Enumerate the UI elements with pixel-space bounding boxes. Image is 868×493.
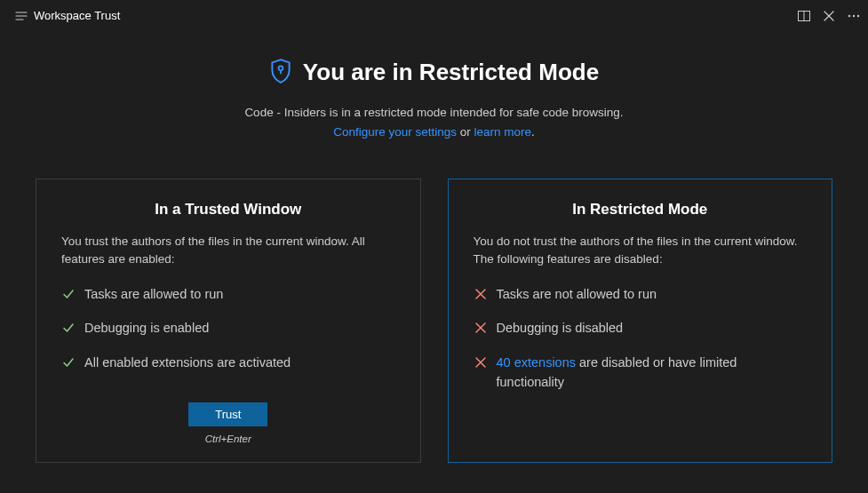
feature-text: 40 extensions are disabled or have limit… bbox=[497, 354, 808, 393]
trusted-panel-title: In a Trusted Window bbox=[61, 201, 395, 219]
restricted-panel-title: In Restricted Mode bbox=[474, 201, 808, 219]
close-icon[interactable] bbox=[822, 9, 836, 23]
feature-text: Debugging is disabled bbox=[497, 319, 624, 338]
trusted-feature-list: Tasks are allowed to run Debugging is en… bbox=[61, 285, 395, 376]
list-item: 40 extensions are disabled or have limit… bbox=[474, 354, 808, 393]
list-item: All enabled extensions are activated bbox=[61, 354, 395, 376]
feature-text: All enabled extensions are activated bbox=[84, 354, 291, 373]
configure-settings-link[interactable]: Configure your settings bbox=[333, 125, 457, 139]
list-icon bbox=[14, 9, 28, 23]
tab-bar: Workspace Trust bbox=[0, 0, 868, 31]
period: . bbox=[531, 125, 535, 139]
tab-actions bbox=[797, 9, 861, 23]
shortcut-hint: Ctrl+Enter bbox=[61, 433, 395, 444]
header-description: Code - Insiders is in a restricted mode … bbox=[36, 103, 832, 141]
x-icon bbox=[474, 355, 488, 376]
svg-point-2 bbox=[848, 14, 850, 16]
tab-workspace-trust[interactable]: Workspace Trust bbox=[7, 0, 127, 31]
page-title: You are in Restricted Mode bbox=[303, 59, 599, 86]
learn-more-link[interactable]: learn more bbox=[474, 125, 532, 139]
svg-point-4 bbox=[857, 14, 859, 16]
header-title-row: You are in Restricted Mode bbox=[36, 58, 832, 87]
list-item: Debugging is enabled bbox=[61, 319, 395, 341]
list-item: Tasks are allowed to run bbox=[61, 285, 395, 307]
restricted-panel-description: You do not trust the authors of the file… bbox=[474, 233, 808, 269]
tab-label: Workspace Trust bbox=[34, 9, 120, 22]
trusted-panel-description: You trust the authors of the files in th… bbox=[61, 233, 395, 269]
svg-point-5 bbox=[278, 66, 283, 70]
restricted-feature-list: Tasks are not allowed to run Debugging i… bbox=[474, 285, 808, 393]
x-icon bbox=[474, 321, 488, 341]
trust-button[interactable]: Trust bbox=[188, 402, 267, 426]
x-icon bbox=[474, 287, 488, 307]
header: You are in Restricted Mode Code - Inside… bbox=[36, 58, 832, 141]
feature-text: Tasks are allowed to run bbox=[84, 285, 223, 305]
svg-point-3 bbox=[853, 14, 855, 16]
or-text: or bbox=[457, 125, 474, 139]
extensions-link[interactable]: 40 extensions bbox=[497, 355, 576, 370]
check-icon bbox=[61, 355, 76, 376]
list-item: Debugging is disabled bbox=[474, 319, 808, 341]
check-icon bbox=[61, 321, 76, 341]
split-editor-icon[interactable] bbox=[797, 9, 811, 23]
feature-text: Debugging is enabled bbox=[84, 319, 209, 338]
trusted-panel-footer: Trust Ctrl+Enter bbox=[61, 385, 395, 444]
more-icon[interactable] bbox=[847, 9, 861, 23]
check-icon bbox=[61, 287, 76, 307]
feature-text: Tasks are not allowed to run bbox=[497, 285, 657, 305]
trusted-panel: In a Trusted Window You trust the author… bbox=[36, 179, 421, 463]
restricted-panel: In Restricted Mode You do not trust the … bbox=[448, 179, 833, 463]
list-item: Tasks are not allowed to run bbox=[474, 285, 808, 307]
content: You are in Restricted Mode Code - Inside… bbox=[0, 31, 868, 463]
panels: In a Trusted Window You trust the author… bbox=[36, 179, 832, 463]
shield-icon bbox=[269, 58, 292, 87]
description-text: Code - Insiders is in a restricted mode … bbox=[244, 106, 623, 119]
